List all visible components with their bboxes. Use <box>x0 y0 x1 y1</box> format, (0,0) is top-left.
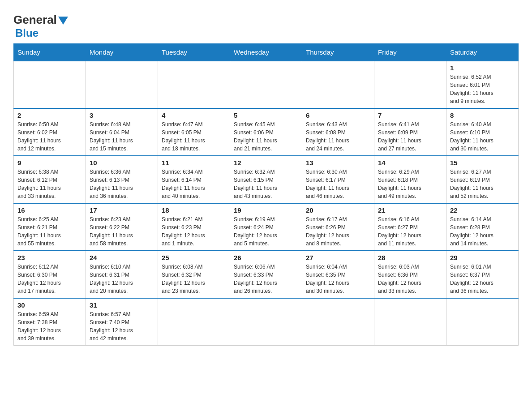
calendar-day-28: 28Sunrise: 6:03 AM Sunset: 6:36 PM Dayli… <box>374 251 446 298</box>
day-number: 5 <box>234 111 298 119</box>
calendar-week-row: 30Sunrise: 6:59 AM Sunset: 7:38 PM Dayli… <box>14 298 519 346</box>
day-info: Sunrise: 6:43 AM Sunset: 6:08 PM Dayligh… <box>306 120 370 153</box>
day-info: Sunrise: 6:50 AM Sunset: 6:02 PM Dayligh… <box>17 120 82 153</box>
day-number: 1 <box>450 64 515 72</box>
page-header: General Blue <box>13 9 519 39</box>
calendar-day-12: 12Sunrise: 6:32 AM Sunset: 6:15 PM Dayli… <box>230 156 302 203</box>
day-number: 12 <box>234 159 298 167</box>
day-info: Sunrise: 6:08 AM Sunset: 6:32 PM Dayligh… <box>162 263 226 295</box>
calendar-day-14: 14Sunrise: 6:29 AM Sunset: 6:18 PM Dayli… <box>374 156 446 203</box>
logo-general-text: General <box>13 13 68 27</box>
calendar-empty-cell <box>374 298 446 346</box>
day-header-tuesday: Tuesday <box>158 44 230 61</box>
calendar-day-31: 31Sunrise: 6:57 AM Sunset: 7:40 PM Dayli… <box>86 298 158 346</box>
calendar-day-13: 13Sunrise: 6:30 AM Sunset: 6:17 PM Dayli… <box>302 156 374 203</box>
calendar-day-5: 5Sunrise: 6:45 AM Sunset: 6:06 PM Daylig… <box>230 108 302 156</box>
day-info: Sunrise: 6:36 AM Sunset: 6:13 PM Dayligh… <box>90 168 154 200</box>
day-header-sunday: Sunday <box>14 44 86 61</box>
calendar-day-17: 17Sunrise: 6:23 AM Sunset: 6:22 PM Dayli… <box>86 203 158 251</box>
day-number: 2 <box>17 111 82 119</box>
day-number: 7 <box>378 111 442 119</box>
calendar-week-row: 9Sunrise: 6:38 AM Sunset: 6:12 PM Daylig… <box>14 156 519 203</box>
calendar-day-15: 15Sunrise: 6:27 AM Sunset: 6:19 PM Dayli… <box>446 156 519 203</box>
day-info: Sunrise: 6:41 AM Sunset: 6:09 PM Dayligh… <box>378 120 442 153</box>
calendar-day-29: 29Sunrise: 6:01 AM Sunset: 6:37 PM Dayli… <box>446 251 519 298</box>
day-number: 28 <box>378 254 442 261</box>
day-info: Sunrise: 6:32 AM Sunset: 6:15 PM Dayligh… <box>234 168 298 200</box>
day-info: Sunrise: 6:59 AM Sunset: 7:38 PM Dayligh… <box>17 310 82 342</box>
day-info: Sunrise: 6:14 AM Sunset: 6:28 PM Dayligh… <box>450 215 515 248</box>
calendar-day-6: 6Sunrise: 6:43 AM Sunset: 6:08 PM Daylig… <box>302 108 374 156</box>
calendar-day-20: 20Sunrise: 6:17 AM Sunset: 6:26 PM Dayli… <box>302 203 374 251</box>
day-info: Sunrise: 6:04 AM Sunset: 6:35 PM Dayligh… <box>306 263 370 295</box>
calendar-day-18: 18Sunrise: 6:21 AM Sunset: 6:23 PM Dayli… <box>158 203 230 251</box>
day-number: 8 <box>450 111 515 119</box>
calendar-day-7: 7Sunrise: 6:41 AM Sunset: 6:09 PM Daylig… <box>374 108 446 156</box>
day-info: Sunrise: 6:40 AM Sunset: 6:10 PM Dayligh… <box>450 120 515 153</box>
day-number: 3 <box>90 111 154 119</box>
calendar-day-16: 16Sunrise: 6:25 AM Sunset: 6:21 PM Dayli… <box>14 203 86 251</box>
day-info: Sunrise: 6:45 AM Sunset: 6:06 PM Dayligh… <box>234 120 298 153</box>
calendar-week-row: 23Sunrise: 6:12 AM Sunset: 6:30 PM Dayli… <box>14 251 519 298</box>
calendar-day-11: 11Sunrise: 6:34 AM Sunset: 6:14 PM Dayli… <box>158 156 230 203</box>
day-info: Sunrise: 6:27 AM Sunset: 6:19 PM Dayligh… <box>450 168 515 200</box>
day-number: 9 <box>17 159 82 167</box>
day-number: 29 <box>450 254 515 261</box>
day-info: Sunrise: 6:16 AM Sunset: 6:27 PM Dayligh… <box>378 215 442 248</box>
day-info: Sunrise: 6:21 AM Sunset: 6:23 PM Dayligh… <box>162 215 226 248</box>
day-number: 17 <box>90 206 154 214</box>
day-info: Sunrise: 6:12 AM Sunset: 6:30 PM Dayligh… <box>17 263 82 295</box>
logo-blue-text: Blue <box>15 27 68 39</box>
day-header-saturday: Saturday <box>446 44 519 61</box>
day-number: 4 <box>162 111 226 119</box>
calendar-empty-cell <box>158 298 230 346</box>
calendar-day-27: 27Sunrise: 6:04 AM Sunset: 6:35 PM Dayli… <box>302 251 374 298</box>
calendar-day-24: 24Sunrise: 6:10 AM Sunset: 6:31 PM Dayli… <box>86 251 158 298</box>
day-number: 27 <box>306 254 370 261</box>
day-number: 20 <box>306 206 370 214</box>
calendar-day-19: 19Sunrise: 6:19 AM Sunset: 6:24 PM Dayli… <box>230 203 302 251</box>
day-number: 31 <box>90 301 154 309</box>
day-number: 15 <box>450 159 515 167</box>
day-info: Sunrise: 6:06 AM Sunset: 6:33 PM Dayligh… <box>234 263 298 295</box>
calendar-day-21: 21Sunrise: 6:16 AM Sunset: 6:27 PM Dayli… <box>374 203 446 251</box>
calendar-week-row: 16Sunrise: 6:25 AM Sunset: 6:21 PM Dayli… <box>14 203 519 251</box>
calendar-day-23: 23Sunrise: 6:12 AM Sunset: 6:30 PM Dayli… <box>14 251 86 298</box>
day-info: Sunrise: 6:03 AM Sunset: 6:36 PM Dayligh… <box>378 263 442 295</box>
calendar-empty-cell <box>446 298 519 346</box>
calendar-table: SundayMondayTuesdayWednesdayThursdayFrid… <box>13 43 519 346</box>
day-info: Sunrise: 6:48 AM Sunset: 6:04 PM Dayligh… <box>90 120 154 153</box>
day-number: 26 <box>234 254 298 261</box>
calendar-day-26: 26Sunrise: 6:06 AM Sunset: 6:33 PM Dayli… <box>230 251 302 298</box>
day-info: Sunrise: 6:52 AM Sunset: 6:01 PM Dayligh… <box>450 73 515 105</box>
calendar-empty-cell <box>374 61 446 108</box>
calendar-day-8: 8Sunrise: 6:40 AM Sunset: 6:10 PM Daylig… <box>446 108 519 156</box>
day-info: Sunrise: 6:30 AM Sunset: 6:17 PM Dayligh… <box>306 168 370 200</box>
calendar-day-3: 3Sunrise: 6:48 AM Sunset: 6:04 PM Daylig… <box>86 108 158 156</box>
day-info: Sunrise: 6:47 AM Sunset: 6:05 PM Dayligh… <box>162 120 226 153</box>
svg-marker-0 <box>58 17 68 25</box>
day-number: 10 <box>90 159 154 167</box>
day-info: Sunrise: 6:10 AM Sunset: 6:31 PM Dayligh… <box>90 263 154 295</box>
day-number: 18 <box>162 206 226 214</box>
day-number: 30 <box>17 301 82 309</box>
calendar-empty-cell <box>302 298 374 346</box>
calendar-empty-cell <box>158 61 230 108</box>
day-info: Sunrise: 6:01 AM Sunset: 6:37 PM Dayligh… <box>450 263 515 295</box>
calendar-header-row: SundayMondayTuesdayWednesdayThursdayFrid… <box>14 44 519 61</box>
day-info: Sunrise: 6:23 AM Sunset: 6:22 PM Dayligh… <box>90 215 154 248</box>
calendar-empty-cell <box>230 61 302 108</box>
day-header-thursday: Thursday <box>302 44 374 61</box>
calendar-day-9: 9Sunrise: 6:38 AM Sunset: 6:12 PM Daylig… <box>14 156 86 203</box>
day-info: Sunrise: 6:25 AM Sunset: 6:21 PM Dayligh… <box>17 215 82 248</box>
day-header-friday: Friday <box>374 44 446 61</box>
calendar-empty-cell <box>14 61 86 108</box>
day-header-monday: Monday <box>86 44 158 61</box>
day-info: Sunrise: 6:29 AM Sunset: 6:18 PM Dayligh… <box>378 168 442 200</box>
day-number: 21 <box>378 206 442 214</box>
calendar-week-row: 2Sunrise: 6:50 AM Sunset: 6:02 PM Daylig… <box>14 108 519 156</box>
day-number: 22 <box>450 206 515 214</box>
calendar-day-25: 25Sunrise: 6:08 AM Sunset: 6:32 PM Dayli… <box>158 251 230 298</box>
calendar-day-2: 2Sunrise: 6:50 AM Sunset: 6:02 PM Daylig… <box>14 108 86 156</box>
day-info: Sunrise: 6:57 AM Sunset: 7:40 PM Dayligh… <box>90 310 154 342</box>
